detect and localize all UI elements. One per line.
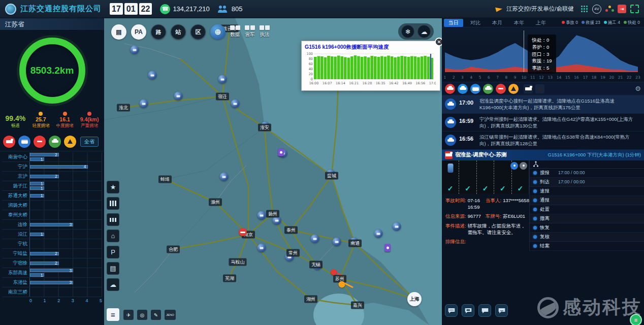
draw-tool-icon[interactable]: ✎ — [151, 310, 161, 320]
car-icon[interactable] — [49, 136, 61, 148]
tab-本月[interactable]: 本月 — [488, 19, 507, 27]
user-path[interactable]: 江苏交控/开发单位/俞联健 — [506, 5, 574, 13]
close-icon[interactable]: ✕ — [435, 38, 442, 46]
tab-当日[interactable]: 当日 — [444, 19, 463, 27]
home-tool-icon[interactable]: ⌂ — [107, 230, 119, 242]
crane-icon[interactable] — [535, 84, 544, 93]
crane-status-icon[interactable] — [520, 162, 527, 170]
map-area[interactable]: ▤PA路站区⊕数据营车执法 ❄☁ ★⌂P▤☁ ≡ ✈◎✎JENO G1516 k… — [104, 18, 442, 325]
toll-station-icon[interactable]: 站 — [171, 24, 186, 40]
apps-grid-icon[interactable] — [581, 6, 588, 13]
camera-cluster-icon[interactable] — [174, 92, 183, 101]
settings-gear-icon[interactable]: ⚙ — [635, 85, 641, 92]
construction-icon[interactable] — [64, 136, 76, 148]
camera-cluster-icon[interactable] — [374, 230, 383, 238]
legend-快处[interactable]: 快处 0 — [624, 20, 640, 26]
layer-group-执法[interactable]: 执法 — [260, 25, 270, 38]
rescue-truck-icon[interactable] — [3, 136, 15, 148]
logout-icon[interactable]: ⇥ — [618, 5, 626, 13]
closure-marker[interactable] — [239, 228, 247, 236]
step-dot — [533, 226, 537, 230]
layer-list-icon[interactable]: ▤ — [111, 24, 126, 40]
bar-value: 3 — [69, 280, 72, 285]
bar: 1 — [30, 194, 44, 198]
incident-marker[interactable] — [339, 281, 345, 288]
tooltip-row: 快处：0 — [532, 37, 552, 44]
tow-status-icon[interactable] — [510, 162, 518, 170]
person-marker[interactable] — [384, 244, 391, 252]
locate-tool-icon[interactable]: ◎ — [137, 310, 147, 320]
province-header[interactable]: 江苏省 — [0, 18, 104, 30]
legend-施工[interactable]: 施工 4 — [604, 20, 620, 26]
axis-tick: 0 — [29, 298, 32, 303]
float-action-button[interactable]: ≡ — [630, 314, 642, 325]
send-tool-icon[interactable]: ✈ — [123, 310, 134, 320]
tow-truck-icon[interactable] — [524, 84, 533, 93]
svg-text:40: 40 — [309, 67, 313, 71]
smooth-icon[interactable] — [483, 84, 493, 94]
chat-message-icon[interactable] — [478, 304, 491, 317]
person-marker[interactable] — [278, 149, 284, 156]
event-row[interactable]: 16:56沿江锡常接到一起清障请求。清障地点在S38常合高速K84+000(常熟… — [442, 132, 644, 150]
tab-对比[interactable]: 对比 — [466, 19, 485, 27]
city-label: 湖州 — [304, 296, 317, 303]
closure-icon[interactable] — [496, 84, 506, 94]
road-admin-icon[interactable]: 路 — [151, 24, 166, 40]
layer-group-数据[interactable]: 数据 — [230, 25, 240, 38]
menu-button[interactable]: ≡ — [107, 308, 119, 321]
camera-cluster-icon[interactable] — [333, 238, 341, 246]
patrol-icon[interactable] — [458, 84, 468, 94]
chat-vehicle-icon[interactable] — [462, 304, 474, 317]
bus-icon[interactable] — [18, 136, 30, 148]
favorites-tool-icon[interactable]: ★ — [107, 181, 119, 193]
layer-group-营车[interactable]: 营车 — [245, 25, 255, 38]
camera-cluster-icon[interactable] — [393, 222, 401, 231]
camera-cluster-icon[interactable] — [257, 244, 266, 252]
bar-row-label: 沿江 — [2, 231, 29, 238]
construction-icon[interactable] — [508, 84, 519, 94]
legend-救援[interactable]: 救援 23 — [582, 20, 600, 26]
city-label: 芜湖 — [223, 275, 236, 282]
tab-上年[interactable]: 上年 — [531, 19, 551, 27]
camera-cluster-icon[interactable] — [148, 71, 157, 80]
service-area-icon[interactable]: 区 — [190, 24, 206, 40]
globe-icon[interactable]: ⊕ — [210, 24, 226, 40]
city-label: 南通 — [348, 240, 362, 247]
notify-icon[interactable] — [495, 6, 503, 12]
province-all-button[interactable]: 全省 — [80, 137, 99, 147]
camera-cluster-icon[interactable] — [220, 173, 229, 181]
accident-icon[interactable] — [445, 84, 455, 94]
event-row[interactable]: 17:00宿淮盐调度中心接到一起清障请求。清障地点在G1516盐洛高速K196+… — [442, 95, 644, 114]
camera-cluster-icon[interactable] — [131, 46, 139, 54]
chat-phone-icon[interactable] — [495, 304, 508, 317]
incident-header[interactable]: 宿淮盐-调度中心-苏测 G1516 K196+000 下行(大丰港方向) (1分… — [442, 150, 644, 160]
camera-cluster-icon[interactable] — [140, 100, 148, 108]
svg-text:16:21: 16:21 — [349, 81, 359, 85]
event-row[interactable]: 16:59宁沪常州接到一起清障请求。清障地点在G42沪蓉高速K155+000(上… — [442, 114, 644, 132]
bar-chart-tool-icon[interactable] — [107, 197, 119, 210]
jeno-tool-icon[interactable]: JENO — [165, 310, 176, 320]
phone-icon: ☎ — [160, 4, 170, 14]
camera-cluster-icon[interactable] — [311, 235, 319, 243]
weather-icon-2[interactable]: ☁ — [417, 25, 431, 38]
map-layers-tool-icon[interactable]: ▤ — [107, 262, 119, 275]
weather-layer-tool-icon[interactable]: ☁ — [107, 278, 119, 291]
parking-icon[interactable]: PA — [131, 24, 146, 40]
parking-layer-tool-icon[interactable]: P — [107, 246, 119, 258]
fullscreen-icon[interactable] — [630, 5, 639, 13]
column-chart-tool-icon[interactable] — [107, 213, 119, 226]
camera-cluster-icon[interactable] — [257, 211, 266, 220]
av-badge[interactable]: 4V — [592, 5, 601, 14]
legend-事故[interactable]: 事故 0 — [562, 20, 578, 26]
camera-cluster-icon[interactable] — [218, 75, 227, 84]
camera-cluster-icon[interactable] — [231, 100, 240, 108]
alert-marker[interactable] — [331, 269, 337, 275]
stat-value: 9.4(km) — [80, 116, 99, 122]
chat-road-icon[interactable] — [445, 304, 458, 317]
status-dots-icon[interactable] — [605, 6, 614, 12]
tab-本年[interactable]: 本年 — [509, 19, 529, 27]
event-filter-bar: ⚙ — [442, 82, 644, 95]
weather-icon-1[interactable]: ❄ — [401, 25, 414, 38]
bus-icon[interactable] — [470, 84, 480, 94]
road-closure-icon[interactable] — [34, 136, 46, 148]
